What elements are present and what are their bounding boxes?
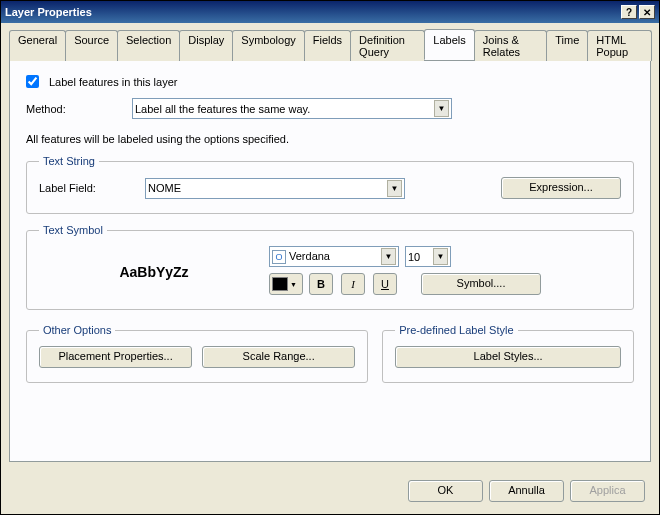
other-options-group: Other Options Placement Properties... Sc… bbox=[26, 324, 368, 383]
font-value: Verdana bbox=[289, 250, 330, 262]
italic-button[interactable]: I bbox=[341, 273, 365, 295]
label-features-row: Label features in this layer bbox=[26, 75, 634, 88]
dialog-footer: OK Annulla Applica bbox=[1, 470, 659, 514]
font-size-dropdown[interactable]: 10 ▼ bbox=[405, 246, 451, 267]
help-button[interactable]: ? bbox=[621, 5, 637, 19]
window-title: Layer Properties bbox=[5, 6, 619, 18]
label-field-label: Label Field: bbox=[39, 182, 139, 194]
tab-definition-query[interactable]: Definition Query bbox=[350, 30, 425, 61]
method-label: Method: bbox=[26, 103, 126, 115]
method-row: Method: Label all the features the same … bbox=[26, 98, 634, 119]
other-options-legend: Other Options bbox=[39, 324, 115, 336]
font-dropdown[interactable]: OVerdana ▼ bbox=[269, 246, 399, 267]
tab-time[interactable]: Time bbox=[546, 30, 588, 61]
label-features-checkbox[interactable] bbox=[26, 75, 39, 88]
color-swatch bbox=[272, 277, 288, 291]
placement-properties-button[interactable]: Placement Properties... bbox=[39, 346, 192, 368]
scale-range-button[interactable]: Scale Range... bbox=[202, 346, 355, 368]
predefined-label-style-group: Pre-defined Label Style Label Styles... bbox=[382, 324, 634, 383]
apply-button[interactable]: Applica bbox=[570, 480, 645, 502]
close-button[interactable]: ✕ bbox=[639, 5, 655, 19]
info-text: All features will be labeled using the o… bbox=[26, 133, 634, 145]
label-field-dropdown[interactable]: NOME ▼ bbox=[145, 178, 405, 199]
tab-symbology[interactable]: Symbology bbox=[232, 30, 304, 61]
tab-selection[interactable]: Selection bbox=[117, 30, 180, 61]
label-styles-button[interactable]: Label Styles... bbox=[395, 346, 621, 368]
tab-labels[interactable]: Labels bbox=[424, 29, 474, 60]
tab-general[interactable]: General bbox=[9, 30, 66, 61]
font-size-value: 10 bbox=[408, 251, 420, 263]
ok-button[interactable]: OK bbox=[408, 480, 483, 502]
font-color-button[interactable]: ▼ bbox=[269, 273, 303, 295]
layer-properties-window: Layer Properties ? ✕ General Source Sele… bbox=[0, 0, 660, 515]
method-dropdown[interactable]: Label all the features the same way. ▼ bbox=[132, 98, 452, 119]
titlebar: Layer Properties ? ✕ bbox=[1, 1, 659, 23]
tabs: General Source Selection Display Symbolo… bbox=[9, 29, 651, 61]
bold-button[interactable]: B bbox=[309, 273, 333, 295]
tab-fields[interactable]: Fields bbox=[304, 30, 351, 61]
underline-button[interactable]: U bbox=[373, 273, 397, 295]
content: General Source Selection Display Symbolo… bbox=[1, 23, 659, 470]
chevron-down-icon: ▼ bbox=[387, 180, 402, 197]
chevron-down-icon: ▼ bbox=[433, 248, 448, 265]
tab-panel-labels: Label features in this layer Method: Lab… bbox=[9, 61, 651, 462]
label-features-label: Label features in this layer bbox=[49, 76, 177, 88]
tab-html-popup[interactable]: HTML Popup bbox=[587, 30, 652, 61]
text-symbol-legend: Text Symbol bbox=[39, 224, 107, 236]
chevron-down-icon: ▼ bbox=[290, 281, 297, 288]
text-symbol-group: Text Symbol AaBbYyZz OVerdana ▼ 10 bbox=[26, 224, 634, 310]
chevron-down-icon: ▼ bbox=[434, 100, 449, 117]
cancel-button[interactable]: Annulla bbox=[489, 480, 564, 502]
label-field-value: NOME bbox=[148, 182, 181, 194]
expression-button[interactable]: Expression... bbox=[501, 177, 621, 199]
font-sample: AaBbYyZz bbox=[39, 264, 269, 280]
tab-source[interactable]: Source bbox=[65, 30, 118, 61]
text-string-legend: Text String bbox=[39, 155, 99, 167]
tab-display[interactable]: Display bbox=[179, 30, 233, 61]
font-glyph-icon: O bbox=[272, 250, 286, 264]
text-string-group: Text String Label Field: NOME ▼ Expressi… bbox=[26, 155, 634, 214]
tab-joins-relates[interactable]: Joins & Relates bbox=[474, 30, 547, 61]
method-value: Label all the features the same way. bbox=[135, 103, 310, 115]
predefined-legend: Pre-defined Label Style bbox=[395, 324, 517, 336]
chevron-down-icon: ▼ bbox=[381, 248, 396, 265]
symbol-button[interactable]: Symbol.... bbox=[421, 273, 541, 295]
